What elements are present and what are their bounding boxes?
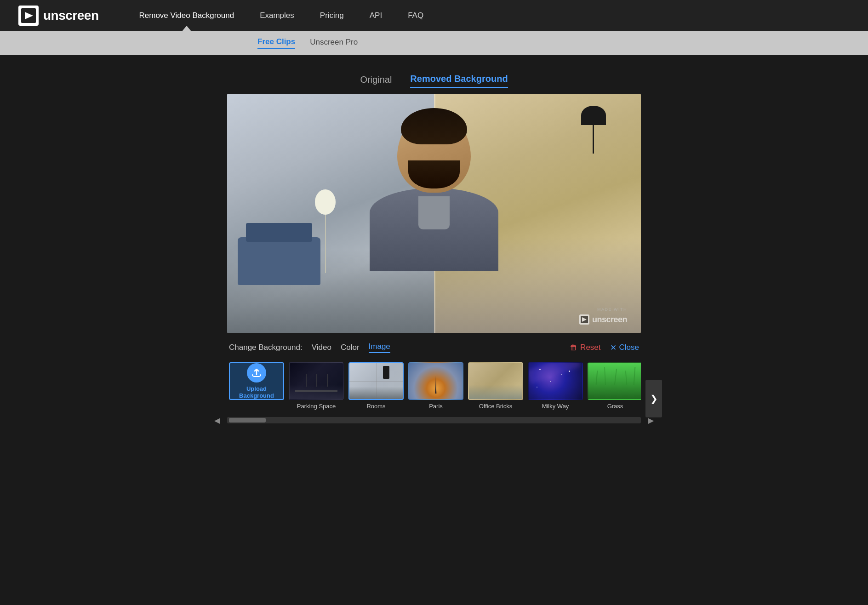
- thumb-label-paris: Paris: [429, 403, 443, 410]
- subnav: Free Clips Unscreen Pro: [0, 31, 868, 55]
- thumb-img-upload[interactable]: Upload Background: [229, 362, 284, 400]
- subnav-tab-unscreen-pro[interactable]: Unscreen Pro: [310, 38, 358, 49]
- bg-type-color[interactable]: Color: [341, 343, 360, 352]
- thumb-img-grass[interactable]: [588, 362, 641, 400]
- reset-icon: 🗑: [570, 343, 577, 352]
- change-bg-bar: Change Background: Video Color Image 🗑 R…: [227, 342, 641, 353]
- thumb-label-parking: Parking Space: [297, 403, 336, 410]
- person-head: [397, 112, 471, 193]
- upload-label: Upload Background: [230, 385, 283, 399]
- close-button[interactable]: ✕ Close: [610, 343, 639, 353]
- thumb-img-milky-way[interactable]: [528, 362, 583, 400]
- navbar: unscreen Remove Video Background Example…: [0, 0, 868, 31]
- thumb-label-milky-way: Milky Way: [542, 403, 569, 410]
- nav-link-api[interactable]: API: [357, 0, 395, 31]
- reset-button[interactable]: 🗑 Reset: [570, 343, 600, 352]
- video-player[interactable]: MADE WITH unscreen: [227, 94, 641, 333]
- change-bg-label: Change Background:: [229, 343, 303, 352]
- video-tabs: Original Removed Background: [360, 74, 508, 88]
- nav-link-remove-video-background[interactable]: Remove Video Background: [126, 0, 247, 31]
- thumb-milky-way[interactable]: Milky Way: [528, 362, 583, 410]
- thumb-img-parking[interactable]: [289, 362, 344, 400]
- logo[interactable]: unscreen: [18, 6, 99, 26]
- watermark-brand-name: unscreen: [592, 315, 627, 325]
- thumb-paris[interactable]: Paris: [408, 362, 463, 410]
- nav-links: Remove Video Background Examples Pricing…: [126, 0, 850, 31]
- subnav-tab-free-clips[interactable]: Free Clips: [257, 37, 295, 49]
- close-label: Close: [619, 343, 639, 352]
- bg-type-video[interactable]: Video: [312, 343, 331, 352]
- thumb-label-rooms: Rooms: [366, 403, 385, 410]
- watermark-logo-icon: [579, 314, 589, 325]
- logo-text: unscreen: [43, 8, 99, 23]
- thumb-img-office-bricks[interactable]: [468, 362, 523, 400]
- bg-type-image[interactable]: Image: [369, 342, 390, 353]
- scroll-left-arrow[interactable]: ◀: [214, 416, 220, 425]
- thumb-img-rooms[interactable]: [348, 362, 404, 400]
- tab-removed-background[interactable]: Removed Background: [410, 74, 508, 88]
- thumb-rooms[interactable]: Rooms: [348, 362, 404, 410]
- nav-link-faq[interactable]: FAQ: [395, 0, 436, 31]
- nav-link-pricing[interactable]: Pricing: [307, 0, 357, 31]
- video-composite: MADE WITH unscreen: [227, 94, 641, 333]
- change-bg-controls: Change Background: Video Color Image: [229, 342, 390, 353]
- next-arrow-button[interactable]: ❯: [645, 380, 662, 417]
- tab-original[interactable]: Original: [360, 74, 392, 88]
- scroll-right-arrow[interactable]: ▶: [648, 416, 654, 425]
- thumb-grass[interactable]: Grass: [588, 362, 641, 410]
- thumb-parking-space[interactable]: Parking Space: [289, 362, 344, 410]
- reset-label: Reset: [580, 343, 600, 352]
- upload-cloud-icon: [247, 363, 266, 382]
- person-shoulders: [370, 188, 498, 271]
- logo-icon: [18, 6, 39, 26]
- thumbnail-row: Upload Background Parking Space: [227, 360, 641, 412]
- close-icon: ✕: [610, 343, 617, 353]
- scroll-thumb[interactable]: [229, 418, 266, 422]
- scroll-bar[interactable]: ◀ ▶: [227, 417, 641, 423]
- thumb-office-bricks[interactable]: Office Bricks: [468, 362, 523, 410]
- thumb-label-grass: Grass: [607, 403, 623, 410]
- watermark-brand: unscreen: [579, 314, 627, 325]
- nav-link-examples[interactable]: Examples: [247, 0, 307, 31]
- thumb-upload[interactable]: Upload Background: [229, 362, 284, 410]
- watermark-made-with: MADE WITH: [597, 307, 627, 312]
- thumb-img-paris[interactable]: [408, 362, 463, 400]
- change-bg-actions: 🗑 Reset ✕ Close: [570, 343, 639, 353]
- thumbnail-section: Upload Background Parking Space: [227, 360, 641, 412]
- next-arrow-icon: ❯: [650, 393, 658, 404]
- main-content: Original Removed Background: [0, 55, 868, 442]
- thumb-label-office-bricks: Office Bricks: [479, 403, 513, 410]
